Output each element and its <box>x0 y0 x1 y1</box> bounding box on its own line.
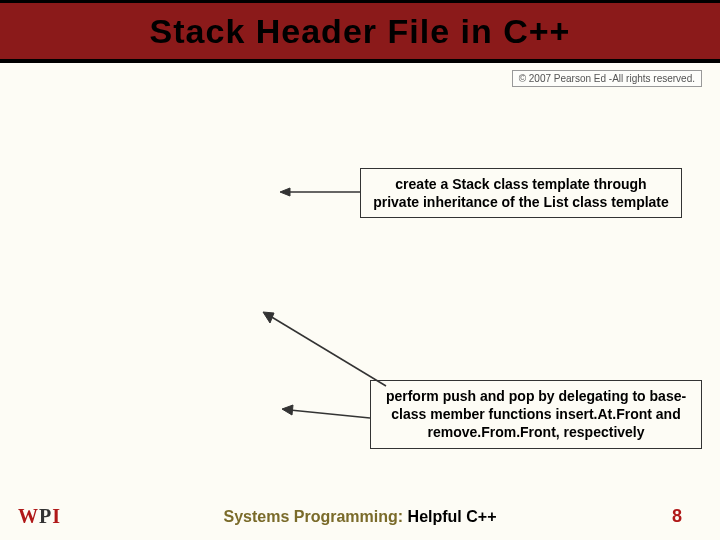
svg-line-4 <box>290 410 370 418</box>
wpi-logo: WPI <box>18 505 61 528</box>
arrow-2 <box>260 310 390 390</box>
footer-topic: Helpful C++ <box>403 508 496 525</box>
svg-line-2 <box>270 316 386 386</box>
page-number: 8 <box>672 506 682 527</box>
callout-push-pop: perform push and pop by delegating to ba… <box>370 380 702 449</box>
title-bar: Stack Header File in C++ <box>0 0 720 63</box>
slide-title: Stack Header File in C++ <box>150 12 571 51</box>
copyright-notice: © 2007 Pearson Ed -All rights reserved. <box>512 70 702 87</box>
svg-marker-1 <box>280 188 290 196</box>
slide-footer: WPI Systems Programming: Helpful C++ 8 <box>0 505 720 528</box>
footer-label: Systems Programming: <box>224 508 404 525</box>
arrow-1 <box>280 186 362 198</box>
arrow-3 <box>280 404 372 424</box>
svg-marker-5 <box>282 405 293 415</box>
footer-text: Systems Programming: Helpful C++ <box>224 508 497 526</box>
svg-marker-3 <box>263 312 274 323</box>
callout-inheritance: create a Stack class template through pr… <box>360 168 682 218</box>
